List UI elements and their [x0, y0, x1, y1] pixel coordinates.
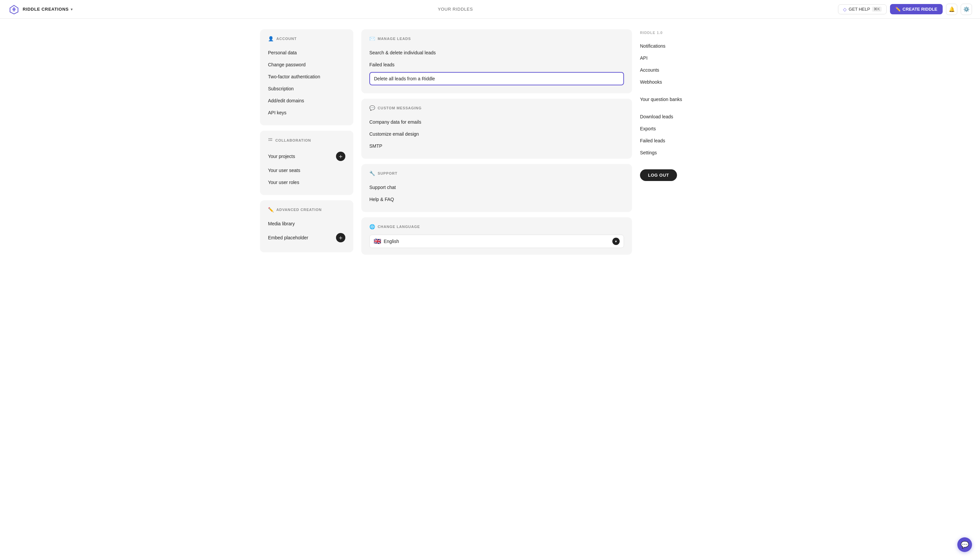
manage-leads-items: Search & delete individual leads Failed …: [369, 47, 624, 85]
pencil2-icon: ✏️: [268, 207, 274, 212]
exports-right-item[interactable]: Exports: [640, 123, 720, 135]
collaboration-title: COLLABORATION: [275, 138, 311, 142]
add-edit-domains-item[interactable]: Add/edit domains: [268, 95, 345, 107]
add-embed-button[interactable]: ＋: [336, 233, 345, 242]
manage-leads-header: ✉️ MANAGE LEADS: [369, 36, 624, 41]
logout-button[interactable]: LOG OUT: [640, 169, 677, 181]
custom-messaging-items: Company data for emails Customize email …: [369, 116, 624, 152]
pencil-icon: ✏️: [895, 7, 901, 12]
account-header: 👤 ACCOUNT: [268, 36, 345, 41]
smtp-item[interactable]: SMTP: [369, 140, 624, 152]
left-column: 👤 ACCOUNT Personal data Change password …: [260, 29, 353, 255]
custom-messaging-card: 💬 CUSTOM MESSAGING Company data for emai…: [361, 99, 632, 159]
language-chevron-icon: ▾: [612, 238, 620, 245]
main-content: 👤 ACCOUNT Personal data Change password …: [247, 19, 733, 265]
language-label: English: [384, 239, 399, 244]
your-user-roles-item[interactable]: Your user roles: [268, 176, 345, 188]
settings-right-item[interactable]: Settings: [640, 147, 720, 159]
company-data-item[interactable]: Company data for emails: [369, 116, 624, 128]
support-header: 🔧 SUPPORT: [369, 171, 624, 176]
accounts-right-item[interactable]: Accounts: [640, 64, 720, 76]
personal-data-item[interactable]: Personal data: [268, 47, 345, 59]
language-left: 🇬🇧 English: [374, 238, 399, 245]
question-banks-right-item[interactable]: Your question banks: [640, 93, 720, 105]
subscription-item[interactable]: Subscription: [268, 83, 345, 95]
account-card: 👤 ACCOUNT Personal data Change password …: [260, 29, 353, 125]
delete-all-leads-item[interactable]: Delete all leads from a Riddle: [369, 72, 624, 85]
logo[interactable]: [8, 3, 20, 15]
get-help-button[interactable]: ◇ GET HELP ⌘K: [838, 4, 886, 14]
svg-point-5: [271, 140, 272, 141]
advanced-creation-items: Media library Embed placeholder ＋: [268, 218, 345, 246]
collaboration-card: COLLABORATION Your projects ＋ Your user …: [260, 131, 353, 195]
shortcut-badge: ⌘K: [872, 7, 881, 12]
notifications-right-item[interactable]: Notifications: [640, 40, 720, 52]
svg-point-0: [269, 138, 270, 139]
advanced-creation-title: ADVANCED CREATION: [276, 208, 322, 212]
settings-button[interactable]: ⚙️: [961, 4, 972, 15]
navbar-center: YOUR RIDDLES: [73, 7, 838, 12]
envelope-icon: ✉️: [369, 36, 375, 41]
right-column: RIDDLE 1.0 Notifications API Accounts We…: [640, 29, 720, 255]
manage-leads-title: MANAGE LEADS: [378, 37, 411, 41]
api-keys-item[interactable]: API keys: [268, 107, 345, 119]
help-faq-item[interactable]: Help & FAQ: [369, 193, 624, 205]
collab-icon: [268, 137, 273, 143]
account-title: ACCOUNT: [276, 37, 297, 41]
language-selector[interactable]: 🇬🇧 English ▾: [369, 235, 624, 248]
brand-dropdown[interactable]: RIDDLE CREATIONS ▾: [23, 7, 73, 12]
person-icon: 👤: [268, 36, 274, 41]
middle-column: ✉️ MANAGE LEADS Search & delete individu…: [361, 29, 632, 255]
get-help-label: GET HELP: [849, 7, 870, 12]
webhooks-right-item[interactable]: Webhooks: [640, 76, 720, 88]
create-riddle-label: CREATE RIDDLE: [903, 7, 937, 12]
custom-messaging-header: 💬 CUSTOM MESSAGING: [369, 105, 624, 111]
support-title: SUPPORT: [378, 171, 397, 175]
two-factor-item[interactable]: Two-factor authentication: [268, 71, 345, 83]
support-chat-item[interactable]: Support chat: [369, 181, 624, 193]
advanced-creation-header: ✏️ ADVANCED CREATION: [268, 207, 345, 212]
create-riddle-button[interactable]: ✏️ CREATE RIDDLE: [890, 4, 943, 14]
your-riddles-link[interactable]: YOUR RIDDLES: [438, 7, 473, 12]
change-language-title: CHANGE LANGUAGE: [378, 225, 420, 229]
svg-point-2: [271, 138, 272, 139]
diamond-icon: ◇: [843, 7, 847, 12]
svg-point-3: [269, 140, 270, 141]
svg-point-4: [270, 140, 271, 141]
add-project-button[interactable]: ＋: [336, 152, 345, 161]
customize-email-item[interactable]: Customize email design: [369, 128, 624, 140]
brand-text: RIDDLE CREATIONS: [23, 7, 69, 12]
search-delete-leads-item[interactable]: Search & delete individual leads: [369, 47, 624, 59]
notifications-button[interactable]: 🔔: [946, 4, 957, 15]
api-right-item[interactable]: API: [640, 52, 720, 64]
embed-placeholder-item[interactable]: Embed placeholder ＋: [268, 230, 345, 246]
bell-icon: 🔔: [949, 6, 955, 12]
download-leads-right-item[interactable]: Download leads: [640, 111, 720, 123]
failed-leads-right-item[interactable]: Failed leads: [640, 135, 720, 147]
gear-icon: ⚙️: [963, 6, 970, 12]
flag-icon: 🇬🇧: [374, 238, 381, 245]
manage-leads-card: ✉️ MANAGE LEADS Search & delete individu…: [361, 29, 632, 93]
support-card: 🔧 SUPPORT Support chat Help & FAQ: [361, 164, 632, 212]
support-items: Support chat Help & FAQ: [369, 181, 624, 205]
advanced-creation-card: ✏️ ADVANCED CREATION Media library Embed…: [260, 200, 353, 252]
your-user-seats-item[interactable]: Your user seats: [268, 164, 345, 176]
chat-icon: 💬: [369, 105, 375, 111]
failed-leads-item[interactable]: Failed leads: [369, 59, 624, 71]
media-library-item[interactable]: Media library: [268, 218, 345, 230]
wrench-icon: 🔧: [369, 171, 375, 176]
navbar-right: ◇ GET HELP ⌘K ✏️ CREATE RIDDLE 🔔 ⚙️: [838, 4, 972, 15]
account-items: Personal data Change password Two-factor…: [268, 47, 345, 119]
riddle-section-title: RIDDLE 1.0: [640, 31, 720, 35]
navbar: RIDDLE CREATIONS ▾ YOUR RIDDLES ◇ GET HE…: [0, 0, 980, 19]
change-language-card: 🌐 CHANGE LANGUAGE 🇬🇧 English ▾: [361, 217, 632, 255]
custom-messaging-title: CUSTOM MESSAGING: [378, 106, 422, 110]
change-password-item[interactable]: Change password: [268, 59, 345, 71]
svg-point-1: [270, 138, 271, 139]
collaboration-header: COLLABORATION: [268, 137, 345, 143]
your-projects-item[interactable]: Your projects ＋: [268, 148, 345, 164]
change-language-header: 🌐 CHANGE LANGUAGE: [369, 224, 624, 229]
globe-icon: 🌐: [369, 224, 375, 229]
collaboration-items: Your projects ＋ Your user seats Your use…: [268, 148, 345, 188]
